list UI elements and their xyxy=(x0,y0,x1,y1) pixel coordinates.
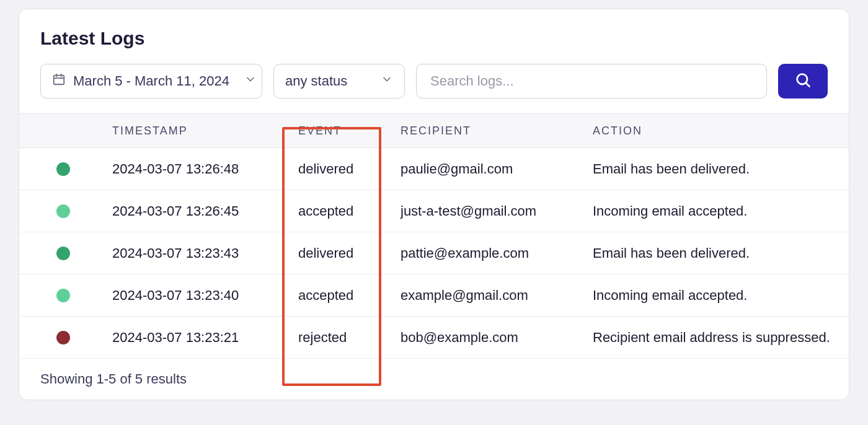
cell-recipient: pattie@example.com xyxy=(401,245,593,261)
date-range-select[interactable]: March 5 - March 11, 2024 xyxy=(40,64,262,99)
status-dot-icon xyxy=(56,289,70,302)
svg-rect-0 xyxy=(54,76,64,85)
search-input-wrapper xyxy=(416,64,767,99)
status-select[interactable]: any status xyxy=(273,64,405,99)
status-cell xyxy=(19,204,112,218)
search-icon xyxy=(794,71,812,91)
card-title: Latest Logs xyxy=(40,28,828,49)
cell-recipient: paulie@gmail.com xyxy=(401,161,593,177)
cell-action: Recipient email address is suppressed. xyxy=(593,330,849,346)
cell-action: Incoming email accepted. xyxy=(593,287,849,304)
cell-timestamp: 2024-03-07 13:23:43 xyxy=(112,245,298,261)
status-cell xyxy=(19,247,112,260)
cell-event: rejected xyxy=(298,330,401,346)
cell-recipient: bob@example.com xyxy=(401,330,593,346)
status-dot-icon xyxy=(56,162,70,176)
card-header: Latest Logs March 5 - March 11, 2024 xyxy=(19,9,849,113)
search-input[interactable] xyxy=(429,72,754,90)
svg-line-5 xyxy=(806,83,810,87)
logs-table: TIMESTAMP EVENT RECIPIENT ACTION 2024-03… xyxy=(19,113,849,359)
date-range-label: March 5 - March 11, 2024 xyxy=(73,73,229,89)
cell-recipient: just-a-test@gmail.com xyxy=(401,203,593,219)
col-recipient: RECIPIENT xyxy=(401,125,593,138)
cell-timestamp: 2024-03-07 13:26:45 xyxy=(112,203,298,219)
cell-event: accepted xyxy=(298,203,401,219)
table-row[interactable]: 2024-03-07 13:26:45acceptedjust-a-test@g… xyxy=(19,190,849,232)
status-dot-icon xyxy=(56,247,70,260)
cell-timestamp: 2024-03-07 13:23:21 xyxy=(112,330,298,346)
table-row[interactable]: 2024-03-07 13:23:21rejectedbob@example.c… xyxy=(19,317,849,359)
status-dot-icon xyxy=(56,331,70,344)
cell-recipient: example@gmail.com xyxy=(401,287,593,304)
col-action: ACTION xyxy=(593,125,849,138)
filter-controls: March 5 - March 11, 2024 any status xyxy=(40,64,828,99)
table-row[interactable]: 2024-03-07 13:23:43deliveredpattie@examp… xyxy=(19,232,849,274)
status-cell xyxy=(19,289,112,302)
status-cell xyxy=(19,162,112,176)
table-row[interactable]: 2024-03-07 13:26:48deliveredpaulie@gmail… xyxy=(19,148,849,190)
table-body: 2024-03-07 13:26:48deliveredpaulie@gmail… xyxy=(19,148,849,359)
table-row[interactable]: 2024-03-07 13:23:40acceptedexample@gmail… xyxy=(19,274,849,317)
table-header: TIMESTAMP EVENT RECIPIENT ACTION xyxy=(19,113,849,148)
search-button[interactable] xyxy=(778,64,828,99)
calendar-icon xyxy=(52,72,66,90)
results-summary: Showing 1-5 of 5 results xyxy=(19,359,849,400)
col-timestamp: TIMESTAMP xyxy=(112,125,298,138)
cell-action: Email has been delivered. xyxy=(593,161,849,177)
cell-action: Email has been delivered. xyxy=(593,245,849,261)
chevron-down-icon xyxy=(244,73,257,89)
cell-timestamp: 2024-03-07 13:23:40 xyxy=(112,287,298,304)
status-cell xyxy=(19,331,112,344)
cell-event: delivered xyxy=(298,245,401,261)
status-select-label: any status xyxy=(285,73,347,89)
status-dot-icon xyxy=(56,204,70,218)
col-event: EVENT xyxy=(298,125,401,138)
cell-event: delivered xyxy=(298,161,401,177)
logs-card: Latest Logs March 5 - March 11, 2024 xyxy=(19,9,849,400)
cell-action: Incoming email accepted. xyxy=(593,203,849,219)
chevron-down-icon xyxy=(381,73,393,89)
cell-event: accepted xyxy=(298,287,401,304)
cell-timestamp: 2024-03-07 13:26:48 xyxy=(112,161,298,177)
